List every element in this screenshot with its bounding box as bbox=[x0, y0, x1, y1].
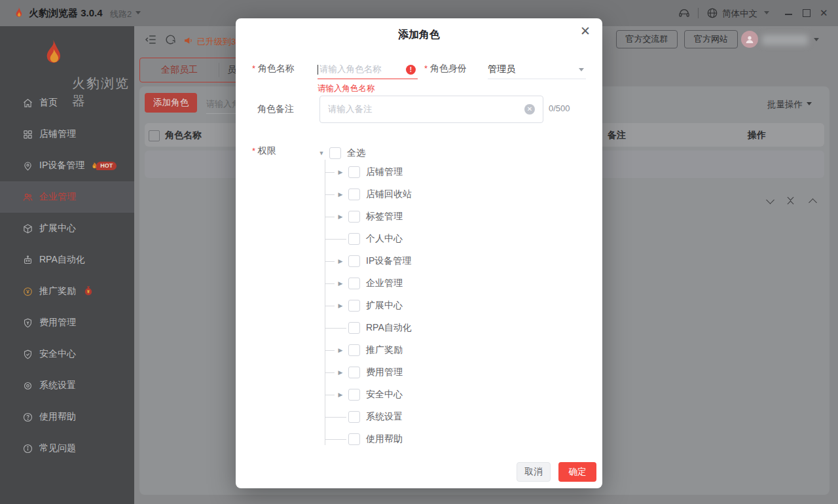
permission-checkbox[interactable] bbox=[348, 233, 360, 245]
expand-arrow-icon[interactable]: ▶ bbox=[336, 213, 345, 220]
tree-row: ▶ 店铺回收站 bbox=[325, 183, 412, 206]
robot-icon bbox=[22, 255, 33, 266]
tab-all-employees[interactable]: 全部员工 bbox=[140, 64, 219, 76]
shield-yen-icon bbox=[22, 317, 33, 329]
close-window-button[interactable]: ✕ bbox=[820, 8, 828, 18]
role-identity-select[interactable]: 管理员 bbox=[488, 60, 586, 79]
channel-selector[interactable]: 线路2 bbox=[110, 9, 132, 20]
modal-close-icon[interactable]: ✕ bbox=[580, 24, 591, 39]
sidebar-item-faq[interactable]: 常见问题 bbox=[0, 433, 134, 464]
sidebar-item-label: 企业管理 bbox=[39, 191, 76, 203]
role-name-label: 角色名称 bbox=[252, 63, 295, 75]
sidebar-item-expense-management[interactable]: 费用管理 bbox=[0, 307, 134, 338]
add-role-button[interactable]: 添加角色 bbox=[145, 93, 197, 113]
permission-tree: ▶ 店铺管理 ▶ 店铺回收站 ▶ 标签管理 bbox=[325, 161, 412, 450]
column-header-remark: 备注 bbox=[608, 130, 626, 141]
sidebar-item-promotion-rewards[interactable]: 推广奖励 ¥ bbox=[0, 276, 134, 307]
sidebar-item-security-center[interactable]: 安全中心 bbox=[0, 338, 134, 370]
sidebar-item-home[interactable]: 首页 bbox=[0, 87, 134, 118]
permission-checkbox[interactable] bbox=[348, 367, 360, 378]
expand-arrow-icon[interactable]: ▶ bbox=[336, 369, 345, 376]
expand-arrow-icon[interactable]: ▶ bbox=[336, 258, 345, 264]
confirm-button[interactable]: 确定 bbox=[558, 462, 596, 482]
role-name-input[interactable]: 请输入角色名称 ! bbox=[318, 60, 418, 79]
sidebar-item-system-settings[interactable]: 系统设置 bbox=[0, 370, 134, 401]
sidebar-item-shop-management[interactable]: 店铺管理 bbox=[0, 118, 134, 150]
select-all-rows-checkbox[interactable] bbox=[149, 130, 160, 141]
clear-input-icon[interactable]: ✕ bbox=[524, 104, 535, 115]
refresh-icon[interactable] bbox=[164, 33, 177, 46]
role-identity-label: 角色身份 bbox=[424, 63, 467, 75]
sidebar-item-enterprise-management[interactable]: 企业管理 bbox=[0, 181, 134, 213]
permission-checkbox[interactable] bbox=[348, 322, 360, 334]
tree-connector bbox=[325, 350, 335, 351]
sidebar: 火豹浏览器 首页 店铺管理 IP设备管理 HOT 企业管理 扩展中心 bbox=[0, 26, 134, 504]
permission-checkbox[interactable] bbox=[348, 300, 360, 312]
remark-textarea[interactable]: 请输入备注 ✕ bbox=[319, 96, 543, 123]
permission-checkbox[interactable] bbox=[348, 344, 360, 356]
permission-checkbox[interactable] bbox=[348, 278, 360, 289]
tree-connector bbox=[325, 194, 335, 195]
select-all-label: 全选 bbox=[347, 147, 365, 159]
expand-arrow-icon[interactable]: ▶ bbox=[336, 347, 345, 353]
column-header-action: 操作 bbox=[748, 130, 766, 141]
tree-connector bbox=[325, 261, 335, 262]
tree-row: RPA自动化 bbox=[325, 317, 412, 339]
expand-arrow-icon[interactable]: ▶ bbox=[336, 191, 345, 198]
permission-checkbox[interactable] bbox=[348, 189, 360, 200]
tree-row: ▶ 标签管理 bbox=[325, 206, 412, 228]
permission-checkbox[interactable] bbox=[348, 211, 360, 223]
batch-actions-dropdown[interactable]: 批量操作 bbox=[767, 99, 803, 111]
tree-row: 使用帮助 bbox=[325, 428, 412, 450]
app-logo-flame-icon bbox=[12, 6, 26, 20]
sidebar-item-extension-center[interactable]: 扩展中心 bbox=[0, 213, 134, 244]
support-headset-icon[interactable] bbox=[678, 7, 691, 20]
official-group-button[interactable]: 官方交流群 bbox=[616, 30, 678, 48]
collapse-sidebar-icon[interactable] bbox=[145, 33, 157, 46]
language-selector[interactable]: 简体中文 bbox=[722, 8, 757, 20]
hot-badge-label: HOT bbox=[96, 162, 117, 170]
tree-row: 系统设置 bbox=[325, 406, 412, 428]
tree-connector bbox=[325, 439, 346, 440]
permission-checkbox[interactable] bbox=[348, 255, 360, 267]
sidebar-item-rpa-automation[interactable]: RPA自动化 bbox=[0, 244, 134, 276]
question-circle-icon bbox=[22, 412, 33, 423]
official-site-button[interactable]: 官方网站 bbox=[684, 30, 738, 48]
user-menu-caret-icon[interactable] bbox=[814, 38, 819, 41]
expand-arrow-icon[interactable]: ▶ bbox=[336, 391, 345, 398]
expand-arrow-icon[interactable]: ▶ bbox=[336, 169, 345, 175]
expand-arrow-down-icon[interactable]: ▼ bbox=[317, 150, 326, 156]
permission-label: 扩展中心 bbox=[366, 300, 403, 312]
remark-label: 角色备注 bbox=[257, 103, 294, 115]
collapse-vertical-icon[interactable] bbox=[788, 195, 793, 206]
permission-label: 店铺回收站 bbox=[366, 189, 412, 200]
username-redacted bbox=[762, 35, 808, 45]
tree-connector bbox=[325, 417, 346, 418]
tree-row: ▶ 店铺管理 bbox=[325, 161, 412, 183]
text-cursor bbox=[318, 65, 318, 75]
shield-check-icon bbox=[22, 349, 33, 360]
expand-arrow-icon[interactable]: ▶ bbox=[336, 302, 345, 309]
minimize-button[interactable] bbox=[785, 14, 792, 15]
expand-arrow-icon[interactable]: ▶ bbox=[336, 280, 345, 287]
user-avatar[interactable] bbox=[741, 31, 758, 48]
tree-connector bbox=[325, 328, 346, 329]
permission-label: 标签管理 bbox=[366, 211, 403, 223]
sidebar-item-label: 系统设置 bbox=[39, 380, 76, 391]
permission-label: 使用帮助 bbox=[366, 433, 403, 445]
location-pin-icon bbox=[22, 160, 33, 171]
permission-checkbox[interactable] bbox=[348, 433, 360, 445]
permission-checkbox[interactable] bbox=[348, 166, 360, 178]
sidebar-item-ip-device-management[interactable]: IP设备管理 HOT bbox=[0, 150, 134, 181]
permission-checkbox[interactable] bbox=[348, 389, 360, 401]
select-all-checkbox[interactable] bbox=[329, 147, 341, 159]
tree-row: 个人中心 bbox=[325, 228, 412, 250]
app-window: 火豹浏览器 3.0.4 线路2 简体中文 ✕ 火豹浏览器 首页 店铺管理 IP设… bbox=[0, 0, 838, 504]
permission-checkbox[interactable] bbox=[348, 411, 360, 423]
select-caret-icon bbox=[579, 68, 584, 71]
error-exclamation-icon: ! bbox=[406, 65, 416, 75]
cancel-button[interactable]: 取消 bbox=[517, 462, 551, 482]
sidebar-item-help[interactable]: 使用帮助 bbox=[0, 401, 134, 433]
maximize-button[interactable] bbox=[803, 9, 811, 17]
channel-caret-icon bbox=[136, 11, 141, 14]
